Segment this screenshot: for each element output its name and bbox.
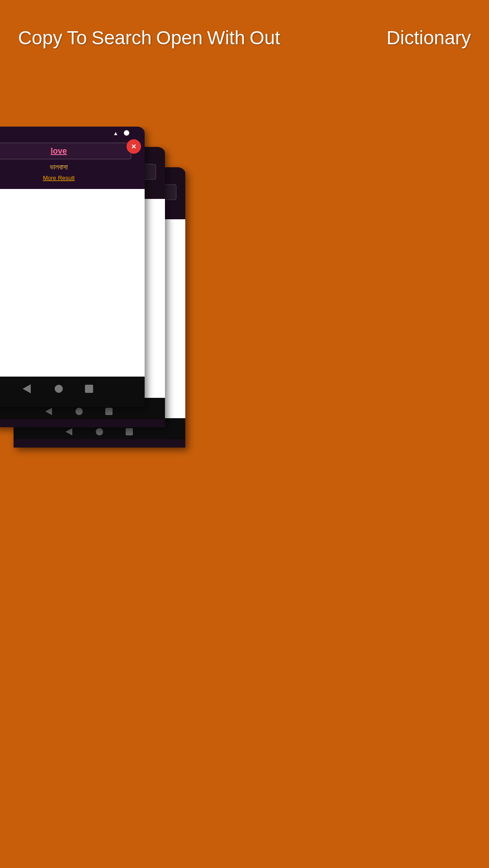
svg-point-8 xyxy=(96,428,103,435)
phone-layer-front: 6:20 ▲ love ভালবাসা More Result × xyxy=(0,127,145,407)
svg-point-37 xyxy=(55,385,63,393)
phone-stack-svg: 6:20 6:20 xyxy=(0,127,470,533)
svg-text:ভালবাসা: ভালবাসা xyxy=(50,163,68,171)
menu-search[interactable]: Search xyxy=(91,27,151,49)
menu-open[interactable]: Open xyxy=(156,27,203,49)
menu-to[interactable]: To xyxy=(67,27,87,49)
svg-rect-9 xyxy=(126,428,133,435)
svg-rect-23 xyxy=(0,127,145,139)
top-menu: Copy To Search Open With Out Dictionary xyxy=(0,27,489,49)
svg-rect-34 xyxy=(0,189,145,377)
menu-with[interactable]: With xyxy=(207,27,245,49)
menu-copy[interactable]: Copy xyxy=(18,27,62,49)
svg-rect-20 xyxy=(105,408,113,415)
svg-rect-35 xyxy=(0,377,145,400)
svg-text:×: × xyxy=(132,142,136,151)
svg-text:More Result: More Result xyxy=(43,175,75,181)
svg-text:love: love xyxy=(51,146,67,156)
svg-point-19 xyxy=(75,408,83,415)
menu-out[interactable]: Out xyxy=(249,27,280,49)
svg-rect-21 xyxy=(0,419,165,427)
svg-rect-39 xyxy=(0,399,145,407)
svg-rect-38 xyxy=(85,385,93,393)
svg-rect-10 xyxy=(14,439,185,448)
phone-stack-scene: 6:20 6:20 xyxy=(0,127,470,533)
svg-point-25 xyxy=(124,130,129,136)
svg-text:▲: ▲ xyxy=(113,130,118,137)
menu-dictionary[interactable]: Dictionary xyxy=(386,27,471,49)
